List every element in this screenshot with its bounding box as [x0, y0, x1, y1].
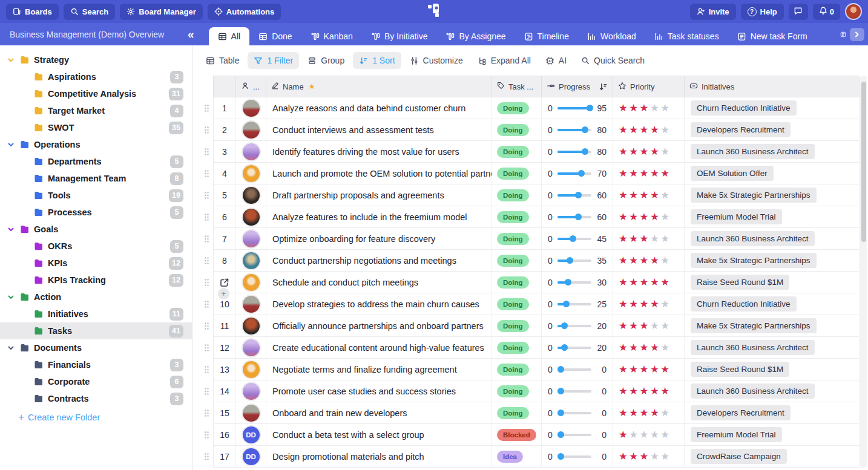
status-pill[interactable]: Doing: [497, 385, 529, 397]
status-pill[interactable]: Doing: [497, 276, 529, 289]
assignee-avatar[interactable]: [243, 252, 260, 269]
chevron-down-icon[interactable]: [7, 226, 16, 233]
priority-stars[interactable]: ★★★★★: [613, 424, 685, 446]
tab-timeline[interactable]: Timeline: [515, 27, 578, 45]
status-pill[interactable]: Doing: [497, 124, 529, 136]
initiative-chip[interactable]: Freemium Model Trial: [691, 209, 782, 224]
initiative-cell[interactable]: Churn Reduction Initiative: [685, 293, 860, 315]
priority-column-header[interactable]: Priority: [613, 76, 685, 97]
assignee-avatar[interactable]: [243, 361, 260, 378]
drag-handle[interactable]: [200, 315, 213, 337]
toolbar-group-button[interactable]: Group: [301, 52, 350, 69]
assignee-avatar[interactable]: [243, 209, 260, 226]
priority-stars[interactable]: ★★★★★: [613, 97, 685, 119]
progress-slider[interactable]: [557, 453, 591, 460]
task-name[interactable]: Optimize onboarding for feature discover…: [266, 228, 492, 250]
status-pill[interactable]: Doing: [497, 233, 529, 245]
progress-cell[interactable]: 020: [542, 315, 613, 337]
task-status-cell[interactable]: Doing: [492, 206, 542, 228]
task-name[interactable]: Develop strategies to address the main c…: [266, 293, 492, 315]
tab-kanban[interactable]: Kanban: [301, 27, 362, 45]
drag-handle[interactable]: [200, 250, 213, 272]
task-status-cell[interactable]: Doing: [492, 250, 542, 272]
progress-cell[interactable]: 00: [542, 380, 613, 402]
assignee-avatar[interactable]: [243, 143, 260, 160]
initiative-cell[interactable]: Developers Recruitment: [685, 119, 860, 141]
priority-stars[interactable]: ★★★★★: [613, 141, 685, 163]
progress-slider[interactable]: [557, 235, 591, 243]
initiative-chip[interactable]: Freemium Model Trial: [691, 427, 782, 442]
progress-cell[interactable]: 070: [542, 163, 613, 184]
priority-stars[interactable]: ★★★★★: [613, 228, 685, 250]
table-row[interactable]: 13Negotiate terms and finalize funding a…: [200, 359, 860, 380]
tab-task-statuses[interactable]: Task statuses: [645, 27, 728, 45]
sidebar-folder-action[interactable]: Action: [0, 289, 192, 305]
status-pill[interactable]: Doing: [497, 364, 529, 376]
priority-stars[interactable]: ★★★★★: [613, 184, 685, 206]
table-row[interactable]: 3Identify features driving the most valu…: [200, 141, 860, 163]
progress-slider[interactable]: [557, 344, 591, 351]
sidebar-item-tasks[interactable]: Tasks41: [0, 322, 192, 339]
status-pill[interactable]: Doing: [497, 102, 529, 114]
table-row[interactable]: 2Conduct interviews and assessment tests…: [200, 119, 860, 141]
status-pill[interactable]: Doing: [497, 298, 529, 310]
progress-slider[interactable]: [557, 170, 591, 177]
initiative-cell[interactable]: Launch 360 Business Architect: [685, 380, 860, 402]
sidebar-item-aspirations[interactable]: Aspirations3: [0, 68, 192, 85]
task-name[interactable]: Officially announce partnerships and onb…: [266, 315, 492, 337]
initiative-chip[interactable]: Raise Seed Round $1M: [691, 362, 789, 377]
sidebar-item-contracts[interactable]: Contracts3: [0, 390, 192, 407]
table-row[interactable]: 11Officially announce partnerships and o…: [200, 315, 860, 337]
assignee-avatar[interactable]: [243, 165, 260, 182]
task-name[interactable]: Promote user case studies and success st…: [266, 380, 492, 402]
priority-stars[interactable]: ★★★★★: [613, 402, 685, 424]
notifications-button[interactable]: 0: [813, 4, 840, 20]
drag-handle[interactable]: [200, 293, 213, 315]
status-pill[interactable]: Doing: [497, 255, 529, 267]
name-column-header[interactable]: Name ★: [266, 76, 492, 97]
assignee-avatar[interactable]: [243, 122, 260, 139]
drag-handle[interactable]: [200, 184, 213, 206]
drag-handle[interactable]: [200, 228, 213, 250]
sidebar-item-swot[interactable]: SWOT35: [0, 119, 192, 136]
progress-column-header[interactable]: Progress: [542, 76, 613, 97]
table-row[interactable]: 6Analyze features to include in the free…: [200, 206, 860, 228]
chevron-down-icon[interactable]: [7, 56, 16, 64]
priority-stars[interactable]: ★★★★★: [613, 446, 685, 468]
task-name[interactable]: Conduct partnership negotiations and mee…: [266, 250, 492, 272]
assignee-avatar[interactable]: [243, 296, 260, 313]
sidebar-item-initiatives[interactable]: Initiatives11: [0, 305, 192, 322]
initiative-chip[interactable]: Make 5x Strategic Partnerships: [691, 253, 817, 268]
initiative-cell[interactable]: Churn Reduction Initiative: [685, 97, 860, 119]
assignee-avatar[interactable]: [243, 318, 260, 335]
help-button[interactable]: ? Help: [741, 4, 784, 20]
toolbar-1-filter-button[interactable]: 1 Filter: [248, 52, 299, 69]
initiative-chip[interactable]: Launch 360 Business Architect: [691, 231, 815, 246]
drag-handle[interactable]: [200, 424, 213, 446]
assignee-avatar[interactable]: [243, 230, 260, 247]
progress-slider[interactable]: [557, 105, 591, 112]
task-status-cell[interactable]: Doing: [492, 402, 542, 424]
progress-slider[interactable]: [557, 431, 591, 439]
open-task-icon[interactable]: [220, 278, 229, 287]
board-manager-button[interactable]: Board Manager: [120, 4, 203, 20]
task-status-cell[interactable]: Blocked: [492, 424, 542, 446]
progress-cell[interactable]: 045: [542, 228, 613, 250]
assignee-avatar[interactable]: [243, 405, 260, 422]
initiative-chip[interactable]: Launch 360 Business Architect: [691, 384, 815, 399]
progress-slider[interactable]: [557, 192, 591, 199]
initiative-cell[interactable]: Raise Seed Round $1M: [685, 359, 860, 380]
progress-cell[interactable]: 025: [542, 293, 613, 315]
task-name[interactable]: Conduct interviews and assessment tests: [266, 119, 492, 141]
toolbar-ai-button[interactable]: AIAI: [539, 52, 573, 69]
chat-button[interactable]: [789, 4, 808, 20]
initiative-cell[interactable]: Launch 360 Business Architect: [685, 141, 860, 163]
assignee-column-header[interactable]: ...: [236, 76, 266, 97]
automations-button[interactable]: Automations: [208, 4, 281, 20]
table-row[interactable]: Schedule and conduct pitch meetingsDoing…: [200, 272, 860, 293]
progress-cell[interactable]: 095: [542, 97, 613, 119]
table-row[interactable]: 10Develop strategies to address the main…: [200, 293, 860, 315]
drag-handle[interactable]: [200, 446, 213, 468]
drag-handle[interactable]: [200, 272, 213, 293]
table-row[interactable]: 15Onboard and train new developersDoing0…: [200, 402, 860, 424]
